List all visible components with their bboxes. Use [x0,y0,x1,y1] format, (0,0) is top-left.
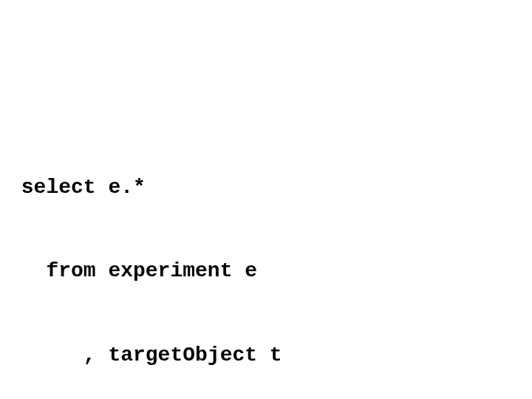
sql-row: ,targetObject t [9,341,532,369]
sql-row: fromexperiment e [9,257,532,285]
sql-keyword: select [9,174,96,202]
sql-row: selecte.* [9,174,532,202]
sql-keyword: , [9,341,96,369]
sql-body: experiment e [96,257,257,285]
sql-body: e.* [96,174,146,202]
sql-query-block: selecte.* fromexperiment e ,targetObject… [9,117,532,399]
sql-body: targetObject t [96,341,282,369]
sql-keyword: from [9,257,96,285]
